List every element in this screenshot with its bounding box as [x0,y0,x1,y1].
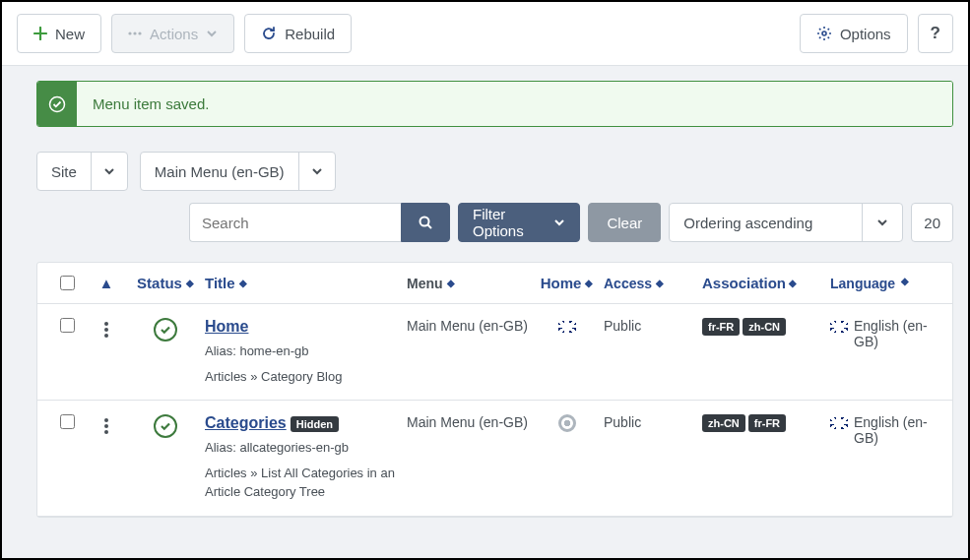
chevron-down-icon [862,204,902,241]
chevron-down-icon [553,217,565,228]
item-alias: Alias: allcategories-en-gb [205,438,397,458]
rebuild-button[interactable]: Rebuild [244,14,352,53]
association-badge[interactable]: zh-CN [702,414,745,432]
item-access: Public [604,414,702,430]
search-icon [418,215,433,230]
col-ordering[interactable]: ▲ [87,275,126,291]
search-button[interactable] [401,203,450,242]
items-table: ▲ Status◆ Title◆ Menu◆ Home◆ Access◆ Ass… [36,262,953,518]
sort-icon: ◆ [239,278,247,288]
item-home [530,414,604,432]
client-select[interactable]: Site [36,152,128,191]
limit-value: 20 [924,215,940,231]
sort-icon: ◆ [789,278,797,288]
svg-point-2 [138,31,141,34]
help-icon: ? [931,24,940,43]
svg-point-1 [133,31,136,34]
sort-icon: ◆ [585,278,593,288]
new-button[interactable]: New [17,14,101,53]
ordering-value: Ordering ascending [670,204,862,241]
item-home [530,318,604,333]
filter-options-button[interactable]: Filter Options [458,203,580,242]
status-published-icon[interactable] [154,414,177,438]
plus-icon [33,27,47,40]
actions-label: Actions [150,26,198,42]
col-language[interactable]: Language◆ [830,276,943,291]
home-default-icon[interactable] [558,414,576,432]
row-checkbox[interactable] [60,414,75,429]
svg-point-0 [128,31,131,34]
options-button[interactable]: Options [800,14,908,53]
col-title[interactable]: Title◆ [205,275,407,291]
ellipsis-icon [128,31,142,35]
row-actions-button[interactable] [100,414,112,438]
col-access[interactable]: Access◆ [604,276,702,291]
help-button[interactable]: ? [918,14,953,53]
menu-select[interactable]: Main Menu (en-GB) [140,152,336,191]
limit-select[interactable]: 20 [911,203,953,242]
sort-icon: ◆ [901,276,909,286]
clear-button[interactable]: Clear [588,203,661,242]
col-status[interactable]: Status◆ [126,275,205,291]
hidden-badge: Hidden [291,416,339,432]
item-associations: fr-FRzh-CN [702,318,830,336]
sort-up-icon: ▲ [99,275,114,291]
col-home[interactable]: Home◆ [530,275,604,291]
chevron-down-icon [206,28,218,39]
item-title-link[interactable]: Categories [205,414,287,431]
filter-options-label: Filter Options [473,206,548,239]
chevron-down-icon [298,153,335,190]
table-row: Home Alias: home-en-gb Articles » Catego… [37,304,952,401]
item-title-link[interactable]: Home [205,318,248,335]
sort-icon: ◆ [447,278,455,288]
select-all-checkbox[interactable] [60,276,75,290]
flag-gb-icon [830,417,848,429]
client-value: Site [37,163,91,180]
toolbar: New Actions Rebuild Options ? [2,2,968,66]
svg-point-5 [420,218,429,226]
alert-message: Menu item saved. [77,82,952,126]
association-badge[interactable]: fr-FR [702,318,740,336]
item-associations: zh-CNfr-FR [702,414,830,432]
status-published-icon[interactable] [154,318,177,342]
flag-gb-icon [830,321,848,333]
svg-point-3 [822,31,826,35]
col-menu[interactable]: Menu◆ [407,276,530,291]
item-type: Articles » Category Blog [205,367,397,387]
search-input[interactable] [189,203,401,242]
col-association[interactable]: Association◆ [702,275,830,291]
ordering-select[interactable]: Ordering ascending [669,203,903,242]
item-access: Public [604,318,702,334]
table-header: ▲ Status◆ Title◆ Menu◆ Home◆ Access◆ Ass… [37,263,952,304]
options-label: Options [840,26,891,42]
rebuild-label: Rebuild [285,26,335,42]
clear-label: Clear [607,215,642,231]
flag-gb-icon [558,321,576,333]
item-menu: Main Menu (en-GB) [407,414,530,430]
item-menu: Main Menu (en-GB) [407,318,530,334]
new-label: New [55,26,85,42]
row-checkbox[interactable] [60,318,75,333]
refresh-icon [261,26,277,41]
row-actions-button[interactable] [100,318,112,342]
chevron-down-icon [91,153,127,190]
item-language: English (en-GB) [830,414,943,446]
item-type: Articles » List All Categories in an Art… [205,464,397,502]
item-alias: Alias: home-en-gb [205,342,397,361]
check-circle-icon [37,82,77,126]
item-language: English (en-GB) [830,318,943,349]
sort-icon: ◆ [656,278,664,288]
search-group [189,203,450,242]
actions-button[interactable]: Actions [111,14,234,53]
menu-value: Main Menu (en-GB) [141,163,298,180]
gear-icon [816,26,832,41]
sort-icon: ◆ [186,278,194,288]
table-row: CategoriesHidden Alias: allcategories-en… [37,401,952,517]
association-badge[interactable]: fr-FR [748,414,786,432]
association-badge[interactable]: zh-CN [743,318,786,336]
alert-success: Menu item saved. [36,81,953,127]
